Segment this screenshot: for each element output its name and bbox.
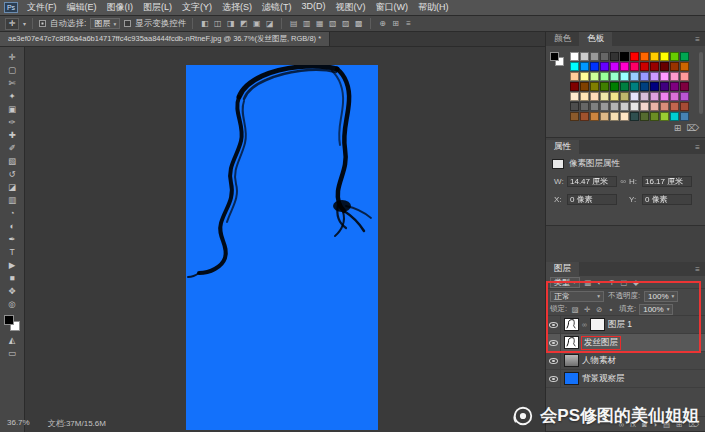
color-swatch[interactable] [600,62,609,71]
visibility-toggle[interactable] [546,334,561,351]
color-swatch[interactable] [600,102,609,111]
shape-tool[interactable]: ■ [3,271,22,284]
filter-icon[interactable]: T [607,278,617,287]
color-swatch[interactable] [610,52,619,61]
layer-thumbnail[interactable] [564,336,579,349]
color-swatch[interactable] [620,102,629,111]
option-icon[interactable]: ▩ [353,19,364,28]
color-swatch[interactable] [600,112,609,121]
layer-name[interactable]: 发丝图层 [582,337,620,349]
color-swatch[interactable] [660,62,669,71]
crop-tool[interactable]: ▣ [3,102,22,115]
color-swatch[interactable] [610,102,619,111]
color-swatch[interactable] [620,72,629,81]
color-swatch[interactable] [650,72,659,81]
eraser-tool[interactable]: ◪ [3,180,22,193]
height-value[interactable]: 16.17 厘米 [642,176,692,187]
blur-tool[interactable]: ◔ [3,206,22,219]
y-value[interactable]: 0 像素 [642,194,692,205]
move-tool[interactable]: ✛ [3,50,22,63]
history-brush-tool[interactable]: ↺ [3,167,22,180]
color-swatch[interactable] [650,52,659,61]
color-swatch[interactable] [610,92,619,101]
color-swatch[interactable] [650,92,659,101]
color-swatch[interactable] [630,112,639,121]
auto-select-checkbox[interactable] [39,20,46,27]
width-value[interactable]: 14.47 厘米 [567,176,617,187]
layer-thumbnail[interactable] [564,372,579,385]
pen-tool[interactable]: ✒ [3,232,22,245]
color-swatch[interactable] [600,92,609,101]
color-swatch[interactable] [580,102,589,111]
zoom-level[interactable]: 36.7% [7,418,30,429]
auto-select-dropdown[interactable]: 图层 ▾ [90,18,120,29]
color-swatch[interactable] [580,62,589,71]
color-swatch[interactable] [570,112,579,121]
document-tab[interactable]: ae3ef07e47c7c8f36a4a6b14717ffc4c935aa844… [0,32,330,46]
lasso-tool[interactable]: ✄ [3,76,22,89]
color-swatch[interactable] [660,52,669,61]
color-swatch[interactable] [620,52,629,61]
color-swatch[interactable] [670,92,679,101]
tab-properties[interactable]: 属性 [546,140,579,154]
color-swatch[interactable] [640,102,649,111]
clone-stamp-tool[interactable]: ▧ [3,154,22,167]
option-icon[interactable]: ◫ [212,19,223,28]
option-icon[interactable]: ▨ [340,19,351,28]
color-swatch[interactable] [650,82,659,91]
tab-swatches[interactable]: 色板 [579,32,612,46]
quick-select-tool[interactable]: ✦ [3,89,22,102]
menu-item[interactable]: 滤镜(T) [257,1,297,14]
opacity-select[interactable]: 100% ▾ [644,291,678,302]
layer-row[interactable]: 人物素材 [546,352,705,370]
color-swatch[interactable] [600,82,609,91]
option-icon[interactable]: ⊞ [390,19,401,28]
color-swatch[interactable] [620,62,629,71]
menu-item[interactable]: 文字(Y) [177,1,217,14]
color-swatch[interactable] [590,92,599,101]
layer-thumbnail[interactable] [564,318,579,331]
tab-layers[interactable]: 图层 [546,262,579,276]
color-swatch[interactable] [680,52,689,61]
color-swatch[interactable] [680,62,689,71]
path-select-tool[interactable]: ▶ [3,258,22,271]
color-swatch[interactable] [590,102,599,111]
layer-filter-dropdown[interactable]: 类型 ▾ [550,277,580,288]
color-swatch[interactable] [580,52,589,61]
visibility-toggle[interactable] [546,316,561,333]
option-icon[interactable]: ◩ [238,19,249,28]
color-swatch[interactable] [640,62,649,71]
filter-icon[interactable]: ◆ [631,278,641,287]
new-swatch-icon[interactable]: ⊞ [674,123,682,133]
color-swatch[interactable] [670,52,679,61]
color-swatch[interactable] [650,102,659,111]
layer-row[interactable]: 背景观察层 [546,370,705,388]
zoom-tool[interactable]: ◎ [3,297,22,310]
color-swatch[interactable] [680,112,689,121]
filter-icon[interactable]: ▢ [619,278,629,287]
type-tool[interactable]: T [3,245,22,258]
delete-swatch-icon[interactable]: ⌦ [686,123,699,133]
option-icon[interactable]: ▥ [301,19,312,28]
color-swatch[interactable] [580,82,589,91]
color-swatch[interactable] [570,52,579,61]
menu-item[interactable]: 文件(F) [22,1,62,14]
color-swatch[interactable] [660,102,669,111]
option-icon[interactable]: ◧ [199,19,210,28]
color-swatch[interactable] [640,82,649,91]
color-swatch[interactable] [670,72,679,81]
color-swatch[interactable] [630,102,639,111]
menu-item[interactable]: 帮助(H) [413,1,454,14]
menu-item[interactable]: 选择(S) [217,1,257,14]
fill-select[interactable]: 100% ▾ [639,304,673,315]
option-icon[interactable]: ▣ [251,19,262,28]
healing-brush-tool[interactable]: ✚ [3,128,22,141]
color-swatch[interactable] [630,52,639,61]
x-value[interactable]: 0 像素 [567,194,617,205]
menu-item[interactable]: 窗口(W) [371,1,414,14]
option-icon[interactable]: ▦ [314,19,325,28]
color-swatch[interactable] [590,52,599,61]
menu-item[interactable]: 视图(V) [331,1,371,14]
eyedropper-tool[interactable]: ✑ [3,115,22,128]
layer-name[interactable]: 人物素材 [582,355,616,367]
